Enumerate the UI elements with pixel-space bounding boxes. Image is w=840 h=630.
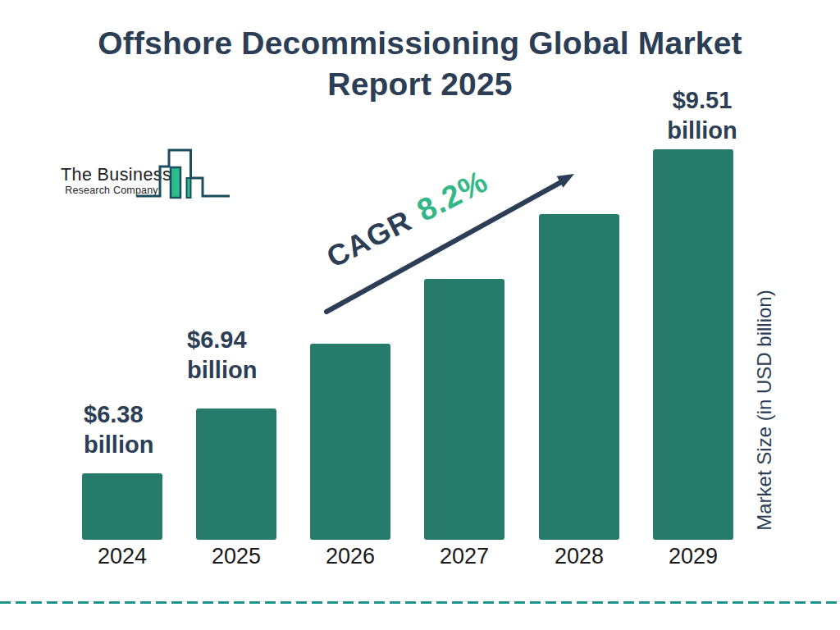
x-tick-2027: 2027 [440, 544, 489, 569]
x-tick-2024: 2024 [98, 544, 147, 569]
value-label-2029: $9.51billion [661, 85, 743, 146]
x-tick-2028: 2028 [555, 544, 604, 569]
x-tick-2025: 2025 [212, 544, 261, 569]
value-label-2024: $6.38billion [84, 399, 182, 460]
x-tick-2029: 2029 [669, 544, 718, 569]
bottom-dashed-divider [0, 601, 840, 604]
report-infographic: Offshore Decommissioning Global Market R… [0, 0, 840, 630]
value-label-2025: $6.94billion [187, 325, 285, 386]
bar-2029 [653, 149, 733, 540]
bar-2025 [196, 409, 276, 540]
bar-2024 [82, 473, 162, 540]
y-axis-label: Market Size (in USD billion) [753, 275, 776, 546]
x-tick-2026: 2026 [326, 544, 375, 569]
bar-2026 [310, 344, 390, 540]
